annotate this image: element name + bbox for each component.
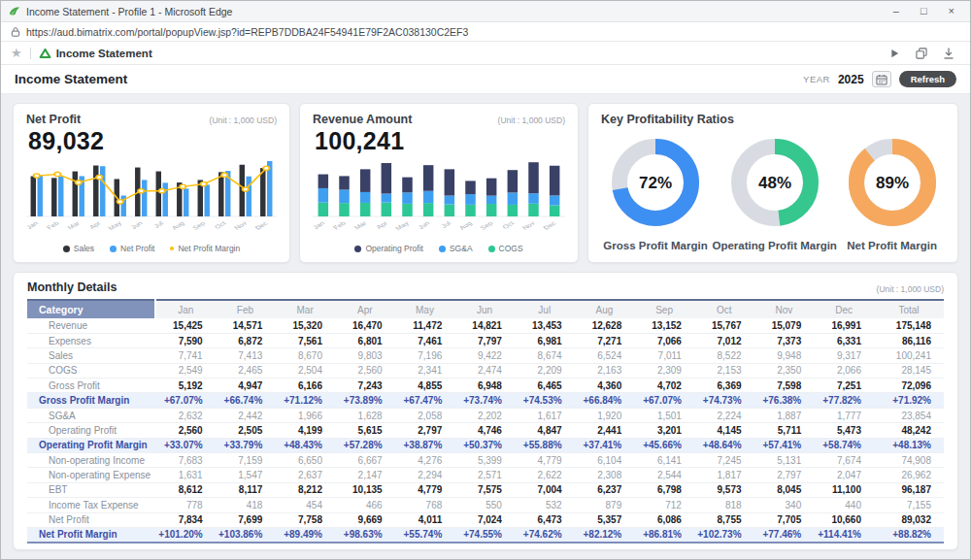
value-cell: 454 — [275, 498, 335, 512]
calendar-button[interactable] — [872, 71, 891, 87]
value-cell: 8,674 — [515, 348, 575, 363]
minimize-button[interactable]: – — [893, 6, 899, 16]
value-cell: 4,276 — [395, 453, 455, 468]
value-cell: 4,199 — [275, 423, 335, 438]
value-cell: 4,702 — [634, 379, 694, 393]
donut-percent-value: 89% — [876, 174, 909, 192]
value-cell: +66.74% — [216, 393, 276, 408]
table-row: Net Profit Margin+101.20%+103.86%+89.49%… — [27, 527, 944, 542]
row-label-cell: Non-operating Income — [27, 453, 155, 468]
x-tick-label: May — [107, 220, 124, 232]
value-cell: 14,571 — [216, 318, 276, 333]
value-cell: 7,251 — [814, 379, 874, 393]
revenue-legend: Operating ProfitSG&ACOGS — [313, 242, 565, 255]
donut-svg: 48% — [724, 132, 825, 233]
value-cell: +114.41% — [814, 527, 874, 542]
value-cell: +74.55% — [454, 527, 515, 542]
net-profit-chart-svg: JanFebMarAprMayJunJulAugSepOctNovDec — [26, 155, 277, 242]
value-cell: 2,066 — [814, 363, 874, 378]
stack-segment-sg-a — [445, 196, 455, 205]
stack-segment-sg-a — [508, 192, 519, 204]
bar-sales — [218, 172, 223, 216]
value-cell: 7,011 — [634, 348, 694, 363]
value-cell: 2,504 — [275, 363, 335, 378]
legend-item: Net Profit Margin — [170, 244, 240, 253]
value-cell: 3,201 — [634, 423, 694, 438]
value-cell: +101.20% — [155, 527, 216, 542]
value-cell: +67.07% — [634, 393, 694, 408]
value-cell: 2,549 — [155, 363, 216, 378]
legend-ring-icon — [170, 247, 174, 250]
value-cell: 15,767 — [694, 318, 754, 333]
download-icon[interactable] — [943, 48, 954, 59]
close-button[interactable]: × — [949, 6, 954, 16]
year-value[interactable]: 2025 — [838, 73, 864, 86]
play-icon[interactable] — [889, 48, 900, 59]
month-header-cell: Mar — [275, 300, 335, 318]
month-header-cell: Feb — [216, 300, 276, 318]
month-header-cell: Total — [874, 300, 944, 318]
stack-segment-cogs — [465, 205, 476, 216]
toolbar-divider — [30, 48, 31, 59]
value-cell: +66.84% — [575, 393, 635, 408]
value-cell: 6,237 — [575, 482, 635, 497]
value-cell: +55.74% — [395, 527, 455, 542]
legend-dot-icon — [439, 246, 446, 252]
value-cell: 72,096 — [874, 379, 944, 393]
value-cell: 6,331 — [814, 333, 874, 347]
value-cell: 5,473 — [814, 423, 874, 438]
value-cell: 2,294 — [395, 468, 455, 482]
row-label-cell: Gross Profit — [27, 379, 155, 393]
value-cell: 2,442 — [216, 408, 276, 422]
x-tick-label: Aug — [457, 220, 474, 231]
value-cell: 2,308 — [575, 468, 635, 482]
table-row: Income Tax Expense7784184544667685505328… — [27, 498, 944, 512]
value-cell: +103.86% — [216, 527, 276, 542]
stack-segment-operating-profit — [486, 179, 497, 196]
value-cell: 1,547 — [216, 468, 276, 482]
legend-label: SG&A — [450, 244, 473, 253]
value-cell: 13,152 — [634, 318, 694, 333]
value-cell: 2,505 — [216, 423, 276, 438]
margin-line-marker — [159, 189, 165, 193]
value-cell: 16,470 — [335, 318, 395, 333]
title-bar: Income Statement - Profile 1 - Microsoft… — [1, 1, 970, 22]
value-cell: 7,012 — [694, 333, 754, 347]
stack-segment-operating-profit — [465, 181, 476, 194]
legend-label: Net Profit Margin — [178, 244, 240, 253]
x-tick-label: Nov — [233, 220, 249, 231]
value-cell: +73.89% — [335, 393, 395, 408]
table-row: Gross Profit5,1924,9476,1667,2434,8556,9… — [27, 379, 944, 393]
x-tick-label: Jun — [417, 220, 431, 230]
value-cell: 14,821 — [454, 318, 515, 333]
row-label-cell: Net Profit — [27, 512, 155, 527]
refresh-button[interactable]: Refresh — [899, 71, 956, 87]
legend-label: Operating Profit — [365, 244, 423, 253]
stack-segment-cogs — [318, 203, 329, 216]
kpi-cards-row: Net Profit (Unit : 1,000 USD) 89,032 Jan… — [13, 103, 958, 263]
row-label-cell: Revenue — [27, 318, 155, 333]
value-cell: 2,544 — [634, 468, 694, 482]
value-cell: 2,309 — [634, 363, 694, 378]
legend-dot-icon — [110, 246, 117, 252]
legend-item: Operating Profit — [354, 244, 423, 253]
value-cell: 712 — [634, 498, 694, 512]
row-label-cell: Operating Profit — [27, 423, 155, 438]
value-cell: 5,192 — [155, 379, 216, 393]
value-cell: 1,631 — [155, 468, 216, 482]
row-label-cell: Sales — [27, 348, 155, 363]
maximize-button[interactable]: □ — [921, 6, 927, 16]
stack-segment-sg-a — [486, 196, 497, 204]
margin-line-marker — [263, 166, 269, 170]
value-cell: 2,465 — [216, 363, 276, 378]
favorite-star-icon[interactable]: ★ — [11, 47, 22, 59]
donut-charts-row: 72%Gross Profit Margin48%Operating Profi… — [601, 126, 945, 255]
value-cell: 2,441 — [575, 423, 635, 438]
value-cell: +57.41% — [754, 438, 815, 452]
value-cell: 11,472 — [395, 318, 455, 333]
url-text[interactable]: https://aud.bimatrix.com/portal/popupVie… — [26, 26, 468, 38]
x-tick-label: Feb — [45, 220, 60, 231]
revenue-chart: JanFebMarAprMayJunJulAugSepOctNovDec — [313, 155, 565, 242]
duplicate-window-icon[interactable] — [916, 48, 927, 59]
row-label-cell: Expenses — [27, 333, 155, 347]
